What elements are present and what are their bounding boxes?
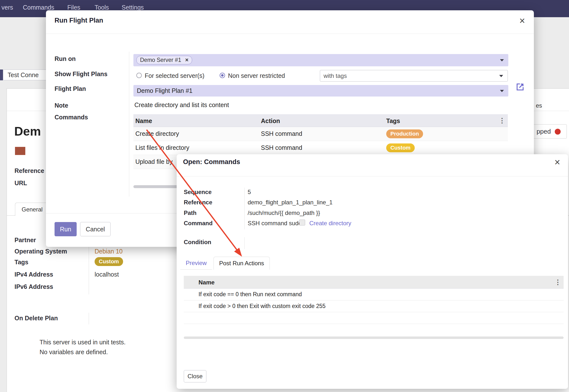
close-icon[interactable]: × — [555, 157, 560, 167]
kebab-menu-icon[interactable]: ⋮ — [499, 117, 505, 125]
label-sequence: Sequence — [184, 189, 212, 196]
open-commands-modal: Open: Commands × Sequence Reference Path… — [177, 154, 568, 389]
field-label-ipv6: IPv6 Address — [14, 283, 53, 290]
remove-tag-icon[interactable]: × — [185, 57, 188, 63]
with-tags-placeholder: with tags — [324, 72, 347, 79]
table-row[interactable]: List files in directory SSH command Cust… — [133, 141, 508, 155]
status-label-partial: pped — [537, 128, 551, 135]
label-note: Note — [55, 102, 68, 109]
sheet-header-partial-text: es — [536, 102, 542, 109]
chevron-down-icon — [500, 59, 504, 61]
field-label-operating-system: Operating System — [14, 248, 67, 255]
close-icon[interactable]: × — [519, 16, 525, 26]
unit-test-note-1: This server is used in unit tests. — [40, 339, 126, 346]
label-path: Path — [184, 210, 197, 216]
label-condition: Condition — [184, 239, 211, 246]
label-flight-plan: Flight Plan — [55, 85, 86, 92]
field-label-url: URL — [14, 180, 27, 187]
field-label-tags: Tags — [14, 259, 28, 266]
row-name: List files in directory — [135, 144, 189, 151]
table-row[interactable]: If exit code == 0 then Run next command — [184, 289, 564, 300]
nav-item-tools[interactable]: Tools — [95, 4, 109, 11]
cancel-button[interactable]: Cancel — [80, 222, 111, 236]
run-on-select[interactable]: Demo Server #1 × — [133, 54, 508, 66]
label-run-on: Run on — [55, 55, 76, 62]
field-label-ipv4: IPv4 Address — [14, 271, 53, 278]
nav-item-files[interactable]: Files — [67, 4, 80, 11]
field-divider — [244, 188, 245, 229]
command-checkbox[interactable] — [299, 220, 305, 225]
column-header-name[interactable]: Name — [199, 279, 214, 286]
run-button[interactable]: Run — [55, 222, 77, 236]
value-path: /such/much/{{ demo_path }} — [248, 210, 320, 216]
field-label-partner: Partner — [14, 237, 36, 244]
row-tag-badge: Production — [386, 129, 423, 138]
column-header-name[interactable]: Name — [135, 117, 152, 125]
row-name: Create directory — [135, 130, 179, 137]
tag-badge-custom: Custom — [95, 257, 123, 266]
chevron-down-icon — [500, 90, 504, 92]
row-action: SSH command — [261, 130, 302, 137]
nav-item-settings[interactable]: Settings — [122, 4, 144, 11]
field-label-reference: Reference — [14, 167, 44, 174]
modal-title: Open: Commands — [183, 158, 240, 166]
field-column-divider-2 — [89, 313, 89, 324]
label-reference: Reference — [184, 199, 212, 206]
unit-test-note-2: No variables are defined. — [40, 349, 108, 356]
chevron-down-icon — [499, 75, 503, 77]
field-label-on-delete-plan: On Delete Plan — [14, 315, 58, 322]
radio-label-non-server-restricted: Non server restricted — [228, 72, 285, 79]
tab-post-run-actions[interactable]: Post Run Actions — [213, 257, 270, 270]
table-row[interactable]: If exit code > 0 then Exit with custom e… — [184, 300, 564, 312]
column-header-action[interactable]: Action — [261, 117, 280, 125]
nav-item-commands[interactable]: Commands — [23, 4, 54, 11]
tab-preview[interactable]: Preview — [180, 257, 212, 270]
flight-plan-value: Demo Flight Plan #1 — [137, 87, 193, 94]
field-value-ipv4: localhost — [95, 271, 119, 278]
horizontal-scrollbar[interactable] — [184, 336, 564, 339]
modal-label-divider — [129, 52, 129, 196]
radio-for-selected-servers[interactable] — [136, 73, 142, 78]
modal-header-divider — [46, 34, 534, 34]
external-link-icon[interactable] — [516, 83, 525, 92]
status-dot-icon — [555, 129, 561, 135]
modal-title: Run Flight Plan — [55, 17, 103, 24]
value-command: SSH command sudo — [248, 220, 302, 227]
label-show-flight-plans: Show Flight Plans — [55, 70, 107, 78]
row-action-name: If exit code == 0 then Run next command — [199, 291, 302, 298]
commands-table-header: Name Action Tags ⋮ — [133, 114, 508, 127]
actions-table-header: Name ⋮ — [184, 276, 564, 289]
clipped-button-edge — [0, 70, 3, 80]
row-action-name: If exit code > 0 then Exit with custom e… — [199, 303, 326, 309]
with-tags-select[interactable]: with tags — [320, 70, 508, 82]
server-color-swatch[interactable] — [15, 147, 25, 155]
plan-description: Create directory and list its content — [134, 101, 229, 109]
close-button[interactable]: Close — [184, 370, 206, 382]
field-divider-2 — [244, 237, 245, 249]
label-commands: Commands — [55, 114, 88, 121]
modal-header-divider — [177, 176, 568, 176]
nav-item-servers-partial[interactable]: vers — [1, 4, 13, 11]
value-reference: demo_flight_plan_1_plan_line_1 — [248, 199, 333, 206]
column-header-tags[interactable]: Tags — [386, 117, 400, 125]
selected-server-tag[interactable]: Demo Server #1 × — [136, 56, 192, 64]
label-command: Command — [184, 220, 213, 227]
radio-label-for-selected-servers: For selected server(s) — [145, 72, 204, 79]
row-tag-badge: Custom — [386, 143, 415, 152]
field-value-operating-system[interactable]: Debian 10 — [95, 248, 123, 255]
row-action: SSH command — [261, 144, 302, 151]
value-sequence: 5 — [248, 189, 251, 196]
empty-table-row — [184, 312, 564, 324]
kebab-menu-icon[interactable]: ⋮ — [555, 278, 561, 286]
row-name: Upload file by — [135, 158, 172, 165]
flight-plan-select[interactable]: Demo Flight Plan #1 — [133, 85, 508, 97]
tab-general[interactable]: General — [15, 203, 49, 216]
command-link[interactable]: Create directory — [309, 220, 351, 227]
table-row[interactable]: Create directory SSH command Production — [133, 127, 508, 141]
server-name-heading: Dem — [14, 124, 41, 139]
radio-non-server-restricted[interactable] — [220, 73, 225, 78]
selected-server-tag-label: Demo Server #1 — [140, 57, 181, 63]
